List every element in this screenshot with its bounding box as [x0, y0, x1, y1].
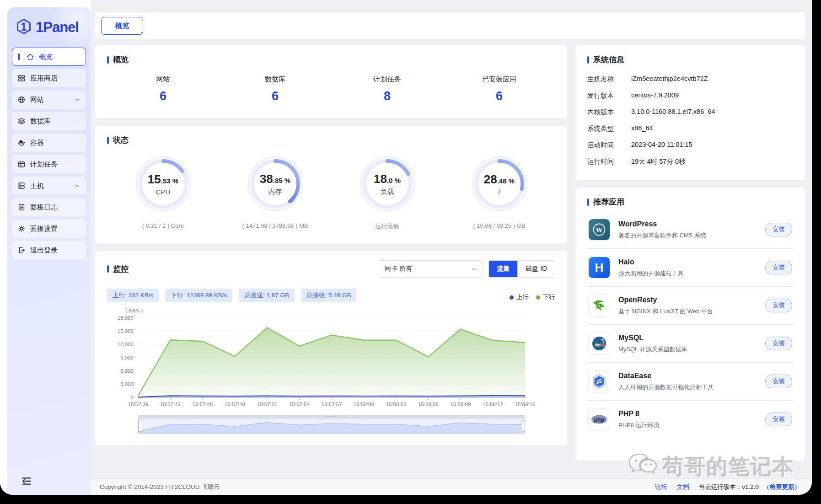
sidebar-item-container[interactable]: 容器 [12, 134, 86, 152]
recommended-apps-title: 推荐应用 [593, 197, 624, 207]
svg-text:6,000: 6,000 [120, 368, 134, 374]
nic-select[interactable]: 网卡 所有 [379, 260, 483, 278]
app-texts: MySQL MySQL 开源关系型数据库 [618, 334, 757, 354]
chart-legend: 上行 下行 [510, 293, 555, 302]
check-update-link[interactable]: （检查更新） [763, 483, 800, 491]
info-row: 主机名称 iZm5eeatethjp2e4cvtb72Z [587, 75, 793, 84]
install-button[interactable]: 安装 [765, 299, 792, 312]
calendar-icon [17, 160, 26, 168]
sidebar-panel: 1Panel 概览 应用商店 网站 数据库 容器 计划任务 [7, 7, 91, 495]
sidebar-nav: 概览 应用商店 网站 数据库 容器 计划任务 主机 [12, 48, 86, 259]
section-accent-bar [587, 56, 589, 64]
svg-text:15:57:48: 15:57:48 [225, 402, 245, 407]
sidebar-item-logs[interactable]: 面板日志 [12, 198, 86, 216]
stat-value[interactable]: 6 [443, 89, 555, 103]
gauge-label: 内存 [268, 188, 282, 196]
svg-text:18,000: 18,000 [118, 315, 134, 321]
host-icon [17, 182, 26, 190]
overview-stat: 计划任务 8 [331, 75, 443, 103]
sidebar-item-logout[interactable]: 退出登录 [12, 241, 86, 259]
section-accent-bar [107, 265, 109, 273]
stat-value[interactable]: 8 [331, 89, 443, 103]
sidebar-item-label: 面板日志 [30, 203, 58, 212]
install-button[interactable]: 安装 [765, 261, 792, 274]
php-icon: php [588, 408, 610, 430]
sidebar-item-host[interactable]: 主机 [12, 177, 86, 195]
sidebar-item-label: 网站 [30, 96, 44, 104]
forum-link[interactable]: 论坛 [655, 483, 667, 491]
status-section-title: 状态 [113, 135, 129, 145]
legend-上行[interactable]: 上行 [510, 293, 529, 301]
app-list: W WordPress 著名的开源博客软件和 CMS 系统 安装 H Halo … [587, 211, 793, 438]
svg-text:3,000: 3,000 [120, 381, 134, 387]
globe-icon [17, 96, 26, 104]
install-button[interactable]: 安装 [765, 337, 792, 350]
sidebar-item-home[interactable]: 概览 [12, 48, 86, 66]
overview-stat: 网站 6 [107, 75, 219, 103]
app-texts: OpenResty 基于 NGINX 和 LuaJIT 的 Web 平台 [618, 296, 757, 316]
sidebar: 1Panel 概览 应用商店 网站 数据库 容器 计划任务 [0, 0, 91, 495]
stat-value[interactable]: 6 [219, 89, 331, 103]
info-row: 发行版本 centos-7.9.2009 [587, 91, 793, 100]
install-button[interactable]: 安装 [765, 375, 792, 388]
info-label: 启动时间 [587, 141, 631, 150]
copyright-text: Copyright © 2014-2023 FIT2CLOUD 飞致云 [100, 483, 220, 491]
docs-link[interactable]: 文档 [677, 483, 689, 491]
svg-text:php: php [594, 417, 604, 423]
info-row: 内核版本 3.10.0-1160.88.1.el7.x86_64 [587, 108, 793, 117]
app-texts: WordPress 著名的开源博客软件和 CMS 系统 [618, 220, 757, 240]
sidebar-item-calendar[interactable]: 计划任务 [12, 155, 86, 173]
toggle-disk-io[interactable]: 磁盘 IO [517, 261, 555, 277]
svg-text:15:57:51: 15:57:51 [257, 402, 278, 407]
sidebar-item-label: 概览 [39, 53, 53, 61]
app-name: MySQL [618, 334, 757, 342]
system-info-title: 系统信息 [593, 54, 624, 65]
info-label: 主机名称 [587, 75, 631, 84]
monitor-card: 监控 网卡 所有 流量 磁盘 IO [95, 251, 567, 445]
info-value: iZm5eeatethjp2e4cvtb72Z [631, 75, 708, 84]
traffic-chip: 总接收: 5.49 GB [301, 289, 357, 302]
tab-overview[interactable]: 概览 [101, 17, 143, 35]
stat-label: 数据库 [219, 75, 331, 84]
active-indicator [18, 54, 20, 60]
legend-dot [536, 295, 540, 300]
overview-section-title: 概览 [113, 54, 129, 65]
install-button[interactable]: 安装 [765, 413, 792, 426]
app-row-php: php PHP 8 PHP8 运行环境 安装 [587, 401, 793, 438]
stat-label: 已安装应用 [443, 75, 555, 84]
sidebar-item-settings[interactable]: 面板设置 [12, 220, 86, 238]
stat-value[interactable]: 6 [107, 89, 219, 103]
sidebar-item-globe[interactable]: 网站 [12, 91, 86, 109]
app-description: 强大易用的开源建站工具 [618, 269, 757, 278]
svg-text:W: W [596, 226, 603, 234]
legend-下行[interactable]: 下行 [536, 293, 555, 301]
content: 概览 网站 6 数据库 6 计划任务 8 已安装应用 6 状态 [91, 39, 812, 461]
svg-text:SQL: SQL [599, 343, 606, 347]
brand-logo[interactable]: 1Panel [7, 7, 91, 37]
info-value: 19天 4时 57分 0秒 [631, 157, 685, 166]
version-text: 当前运行版本：v1.2.0 [699, 483, 759, 491]
info-row: 系统类型 x86_64 [587, 124, 793, 133]
gauge-caption: ( 1471.98 / 3788.98 ) MB [242, 222, 308, 229]
app-description: 人人可用的开源数据可视化分析工具 [618, 383, 757, 391]
sidebar-item-app-store[interactable]: 应用商店 [12, 69, 86, 87]
chevron-down-icon [471, 266, 477, 272]
traffic-chip: 上行: 332 KB/s [107, 289, 159, 302]
sidebar-item-database[interactable]: 数据库 [12, 112, 86, 130]
info-label: 运行时间 [587, 157, 631, 166]
install-button[interactable]: 安装 [765, 223, 792, 236]
traffic-chart: 03,0006,0009,00012,00015,00018,000( KB/s… [107, 305, 555, 415]
mysql-icon: MySQL [588, 332, 610, 354]
svg-text:15:57:39: 15:57:39 [128, 402, 149, 407]
halo-icon: H [588, 257, 610, 279]
nic-select-value: 网卡 所有 [385, 265, 412, 273]
gauge-caption: ( 10.66 / 39.25 ) GB [473, 222, 525, 229]
sidebar-collapse-icon[interactable] [21, 476, 32, 488]
toggle-traffic[interactable]: 流量 [489, 261, 517, 277]
overview-stat: 数据库 6 [219, 75, 331, 103]
info-value: x86_64 [631, 124, 653, 133]
svg-text:15:57:54: 15:57:54 [289, 402, 310, 407]
1panel-logo-icon [16, 18, 32, 37]
chart-datazoom-slider[interactable] [138, 415, 525, 437]
sidebar-item-label: 计划任务 [30, 160, 58, 169]
